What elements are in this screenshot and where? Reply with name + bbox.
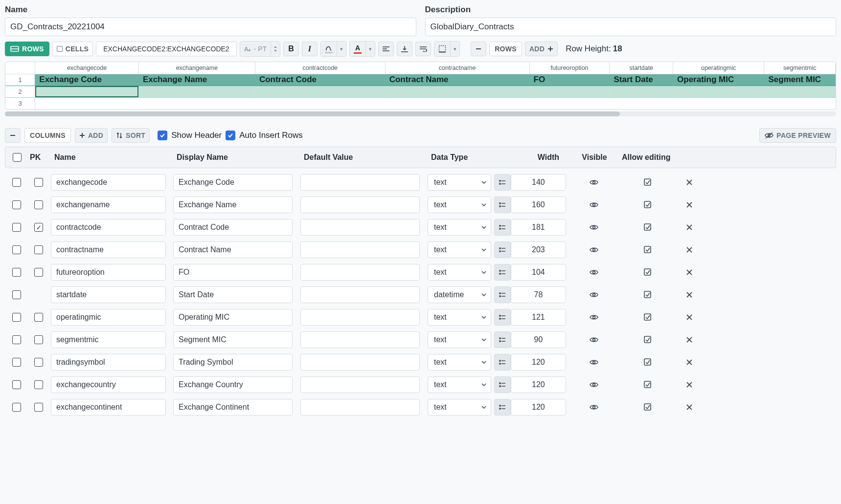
grid-cell[interactable]: [255, 86, 385, 97]
pk-checkbox[interactable]: [34, 245, 43, 254]
row-select-checkbox[interactable]: [12, 223, 21, 232]
grid-cell[interactable]: [385, 97, 529, 109]
mode-cells-button[interactable]: CELLS: [52, 42, 93, 56]
row-select-checkbox[interactable]: [12, 358, 21, 367]
spreadsheet[interactable]: exchangecodeexchangenamecontractcodecont…: [5, 62, 836, 110]
column-data-type-select[interactable]: text: [428, 376, 491, 393]
column-visible-toggle[interactable]: [589, 178, 599, 186]
column-remove-button[interactable]: [685, 403, 693, 411]
column-default-value-input[interactable]: [300, 174, 420, 191]
column-width-input[interactable]: [511, 286, 566, 303]
column-width-input[interactable]: [511, 331, 566, 348]
column-type-options-button[interactable]: [494, 309, 511, 326]
remove-rows-button[interactable]: [471, 42, 486, 56]
column-type-options-button[interactable]: [494, 331, 511, 348]
column-data-type-select[interactable]: text: [428, 354, 491, 371]
row-select-checkbox[interactable]: [12, 403, 21, 412]
column-width-input[interactable]: [511, 219, 566, 236]
column-remove-button[interactable]: [685, 313, 693, 321]
auto-insert-rows-toggle[interactable]: Auto Insert Rows: [226, 131, 302, 140]
text-color-button[interactable]: A: [350, 42, 366, 56]
align-bottom-button[interactable]: [397, 42, 412, 56]
column-name-input[interactable]: [51, 264, 166, 281]
column-data-type-select[interactable]: datetime: [428, 286, 491, 303]
pk-checkbox[interactable]: [34, 380, 43, 389]
column-default-value-input[interactable]: [300, 399, 420, 416]
column-visible-toggle[interactable]: [589, 381, 599, 389]
grid-cell[interactable]: [35, 97, 139, 109]
select-all-checkbox[interactable]: [13, 153, 22, 162]
add-column-button[interactable]: ADD: [75, 128, 108, 143]
grid-cell[interactable]: [385, 86, 529, 97]
rows-count-button[interactable]: ROWS: [489, 42, 522, 56]
grid-cell[interactable]: [529, 97, 610, 109]
column-allow-editing-toggle[interactable]: [643, 290, 652, 299]
column-type-options-button[interactable]: [494, 219, 511, 236]
column-display-name-input[interactable]: [173, 309, 293, 326]
row-select-checkbox[interactable]: [12, 335, 21, 344]
column-width-input[interactable]: [511, 241, 566, 258]
column-allow-editing-toggle[interactable]: [643, 358, 652, 367]
grid-cell[interactable]: [35, 86, 139, 97]
header-cell[interactable]: Exchange Code: [35, 74, 139, 86]
header-cell[interactable]: FO: [529, 74, 610, 86]
grid-cell[interactable]: [764, 97, 836, 109]
column-display-name-input[interactable]: [173, 197, 293, 213]
row-select-checkbox[interactable]: [12, 178, 21, 187]
sheet-column-header[interactable]: exchangecode: [35, 62, 139, 74]
column-name-input[interactable]: [51, 241, 166, 258]
column-default-value-input[interactable]: [300, 309, 420, 326]
borders-dropdown[interactable]: [451, 42, 459, 56]
column-type-options-button[interactable]: [494, 241, 511, 258]
name-input[interactable]: [5, 18, 416, 36]
column-visible-toggle[interactable]: [589, 336, 599, 344]
column-remove-button[interactable]: [685, 223, 693, 231]
pk-checkbox[interactable]: [34, 313, 43, 322]
column-default-value-input[interactable]: [300, 219, 420, 236]
column-allow-editing-toggle[interactable]: [643, 178, 652, 187]
column-data-type-select[interactable]: text: [428, 174, 491, 191]
column-width-input[interactable]: [511, 354, 566, 371]
column-name-input[interactable]: [51, 174, 166, 191]
column-remove-button[interactable]: [685, 358, 693, 366]
column-type-options-button[interactable]: [494, 174, 511, 191]
text-color-dropdown[interactable]: [366, 42, 375, 56]
column-visible-toggle[interactable]: [589, 201, 599, 209]
pk-checkbox[interactable]: [34, 358, 43, 367]
column-width-input[interactable]: [511, 399, 566, 416]
column-visible-toggle[interactable]: [589, 358, 599, 366]
sheet-column-header[interactable]: contractcode: [255, 62, 385, 74]
column-allow-editing-toggle[interactable]: [643, 245, 652, 254]
column-width-input[interactable]: [511, 376, 566, 393]
pk-checkbox[interactable]: [34, 268, 43, 277]
header-cell[interactable]: Exchange Name: [138, 74, 255, 86]
scrollbar-thumb[interactable]: [5, 111, 620, 116]
pk-checkbox[interactable]: [34, 335, 43, 344]
column-data-type-select[interactable]: text: [428, 309, 491, 326]
row-select-checkbox[interactable]: [12, 200, 21, 209]
column-default-value-input[interactable]: [300, 264, 420, 281]
column-remove-button[interactable]: [685, 291, 693, 299]
column-display-name-input[interactable]: [173, 241, 293, 258]
column-default-value-input[interactable]: [300, 354, 420, 371]
column-type-options-button[interactable]: [494, 197, 511, 213]
bold-button[interactable]: B: [283, 42, 299, 56]
page-preview-button[interactable]: PAGE PREVIEW: [759, 128, 836, 143]
row-select-checkbox[interactable]: [12, 380, 21, 389]
grid-cell[interactable]: [610, 86, 673, 97]
grid-cell[interactable]: [138, 97, 255, 109]
column-default-value-input[interactable]: [300, 331, 420, 348]
column-name-input[interactable]: [51, 219, 166, 236]
remove-column-button[interactable]: [5, 128, 21, 143]
row-select-checkbox[interactable]: [12, 245, 21, 254]
grid-cell[interactable]: [255, 97, 385, 109]
column-type-options-button[interactable]: [494, 286, 511, 303]
column-remove-button[interactable]: [685, 381, 693, 389]
column-allow-editing-toggle[interactable]: [643, 403, 652, 412]
column-name-input[interactable]: [51, 286, 166, 303]
row-number[interactable]: 1: [5, 74, 35, 86]
columns-count-button[interactable]: COLUMNS: [24, 128, 71, 143]
cell-reference-display[interactable]: EXCHANGECODE2:EXCHANGECODE2: [96, 42, 237, 56]
column-visible-toggle[interactable]: [589, 313, 599, 321]
column-data-type-select[interactable]: text: [428, 264, 491, 281]
